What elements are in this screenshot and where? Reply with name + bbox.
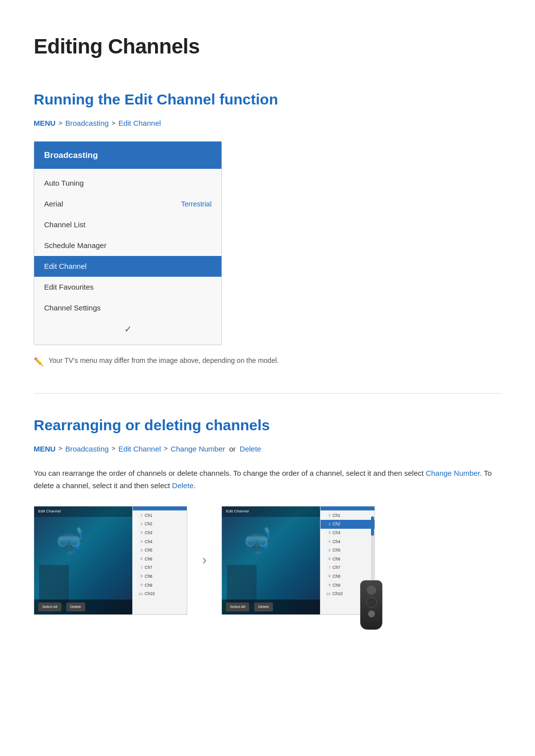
footer-btn-delete: Delete: [66, 603, 85, 611]
underwater-background: [34, 506, 138, 614]
note-text: Your TV's menu may differ from the image…: [49, 355, 279, 366]
channel-row: 1Ch1: [133, 511, 187, 520]
menu-item-channel-list[interactable]: Channel List: [34, 214, 221, 235]
section-rearranging-deleting: Rearranging or deleting channels MENU > …: [34, 413, 501, 615]
channel-row: 6Ch6: [133, 555, 187, 564]
channel-panel-header-r: [321, 506, 374, 510]
breadcrumb-or: or: [229, 443, 235, 455]
delete-link: Delete: [172, 481, 193, 490]
menu-item-label: Channel List: [44, 219, 85, 231]
breadcrumb-2: MENU > Broadcasting > Edit Channel > Cha…: [34, 443, 501, 455]
section-running-edit-channel: Running the Edit Channel function MENU >…: [34, 88, 501, 368]
screen-content-right: Edit Channel Select All Delete 1Ch1 2Ch2…: [222, 506, 374, 614]
remote-button: [367, 586, 376, 595]
breadcrumb-menu-2: MENU: [34, 443, 55, 455]
menu-item-edit-channel[interactable]: Edit Channel: [34, 256, 221, 277]
breadcrumb-broadcasting-2: Broadcasting: [65, 443, 109, 455]
menu-item-label: Edit Channel: [44, 260, 87, 272]
screenshot-left: Edit Channel Select All Delete 1Ch1 2Ch2…: [34, 506, 187, 615]
breadcrumb-1: MENU > Broadcasting > Edit Channel: [34, 117, 501, 129]
menu-item-auto-tuning[interactable]: Auto Tuning: [34, 173, 221, 194]
pencil-icon: ✏️: [34, 355, 44, 368]
channel-row: 2Ch2: [133, 520, 187, 529]
channel-row: 10Ch10: [133, 590, 187, 599]
body-text: You can rearrange the order of channels …: [34, 467, 501, 492]
chevron-down-icon: ✓: [34, 318, 221, 341]
section-divider: [34, 393, 501, 394]
breadcrumb-menu: MENU: [34, 117, 55, 129]
screen-footer-right: Select All Delete: [222, 600, 326, 614]
menu-item-label: Aerial: [44, 198, 63, 210]
change-number-link: Change Number: [426, 469, 480, 477]
channel-row: 6Ch6: [321, 555, 374, 564]
page-title: Editing Channels: [34, 30, 501, 63]
screen-top-bar-right: Edit Channel: [222, 506, 326, 517]
channel-row: 4Ch4: [133, 538, 187, 547]
menu-item-label: Edit Favourites: [44, 281, 94, 293]
menu-item-aerial[interactable]: Aerial Terrestrial: [34, 194, 221, 214]
channel-row: 1Ch1: [321, 511, 374, 520]
channel-row: 5Ch5: [321, 546, 374, 555]
breadcrumb-arrow-5: >: [164, 444, 168, 454]
menu-item-label: Channel Settings: [44, 302, 101, 314]
menu-item-label: Auto Tuning: [44, 177, 84, 189]
menu-item-schedule-manager[interactable]: Schedule Manager: [34, 235, 221, 256]
footer-btn-select-all-r: Select All: [226, 603, 249, 611]
channel-panel-left: 1Ch1 2Ch2 3Ch3 4Ch4 5Ch5 6Ch6 7Ch7 8Ch8 …: [132, 506, 187, 614]
footer-btn-delete-r: Delete: [254, 603, 273, 611]
breadcrumb-arrow-3: >: [58, 444, 62, 454]
menu-item-edit-favourites[interactable]: Edit Favourites: [34, 277, 221, 298]
channel-row: 4Ch4: [321, 538, 374, 547]
remote-dpad: [366, 597, 377, 608]
remote-back-button: [368, 610, 375, 617]
breadcrumb-arrow-1: >: [58, 118, 62, 129]
breadcrumb-broadcasting: Broadcasting: [65, 117, 109, 129]
screen-footer-left: Select All Delete: [34, 600, 138, 614]
section2-title: Rearranging or deleting channels: [34, 413, 501, 437]
channel-row: 7Ch7: [133, 563, 187, 572]
screen-content-left: Edit Channel Select All Delete 1Ch1 2Ch2…: [34, 506, 187, 614]
breadcrumb-arrow-4: >: [111, 444, 115, 454]
channel-list-left: 1Ch1 2Ch2 3Ch3 4Ch4 5Ch5 6Ch6 7Ch7 8Ch8 …: [133, 510, 187, 600]
channel-row: 8Ch8: [133, 572, 187, 581]
channel-row: 3Ch3: [133, 529, 187, 538]
breadcrumb-edit-channel: Edit Channel: [118, 117, 161, 129]
channel-row: 7Ch7: [321, 563, 374, 572]
next-arrow-icon: ›: [202, 549, 207, 571]
note: ✏️ Your TV's menu may differ from the im…: [34, 355, 501, 368]
body-text-part1: You can rearrange the order of channels …: [34, 469, 426, 477]
scrollbar-thumb: [371, 516, 374, 536]
body-text-part3: .: [194, 481, 196, 490]
channel-row: 8Ch8: [321, 572, 374, 581]
section1-title: Running the Edit Channel function: [34, 88, 501, 111]
underwater-background-right: [222, 506, 326, 614]
remote-control: [360, 580, 382, 630]
channel-row: 3Ch3: [321, 529, 374, 538]
screenshots-row: Edit Channel Select All Delete 1Ch1 2Ch2…: [34, 506, 501, 615]
channel-row: 9Ch9: [133, 581, 187, 590]
screenshot-right: Edit Channel Select All Delete 1Ch1 2Ch2…: [221, 506, 375, 615]
tv-menu-header: Broadcasting: [34, 142, 221, 169]
channel-panel-header: [133, 506, 187, 510]
menu-item-channel-settings[interactable]: Channel Settings: [34, 298, 221, 318]
breadcrumb-delete: Delete: [240, 443, 261, 455]
breadcrumb-arrow-2: >: [111, 118, 115, 129]
channel-row-highlighted: 2Ch2: [321, 520, 374, 529]
menu-item-label: Schedule Manager: [44, 240, 107, 252]
scrollbar: [371, 516, 374, 581]
screenshot-right-wrapper: Edit Channel Select All Delete 1Ch1 2Ch2…: [221, 506, 375, 615]
tv-menu-box: Broadcasting Auto Tuning Aerial Terrestr…: [34, 141, 222, 345]
footer-btn-select-all: Select All: [38, 603, 61, 611]
channel-row: 5Ch5: [133, 546, 187, 555]
tv-menu-list: Auto Tuning Aerial Terrestrial Channel L…: [34, 169, 221, 345]
menu-item-value: Terrestrial: [181, 199, 212, 209]
screen-top-bar-left: Edit Channel: [34, 506, 138, 517]
breadcrumb-change-number: Change Number: [170, 443, 225, 455]
breadcrumb-edit-channel-2: Edit Channel: [118, 443, 161, 455]
